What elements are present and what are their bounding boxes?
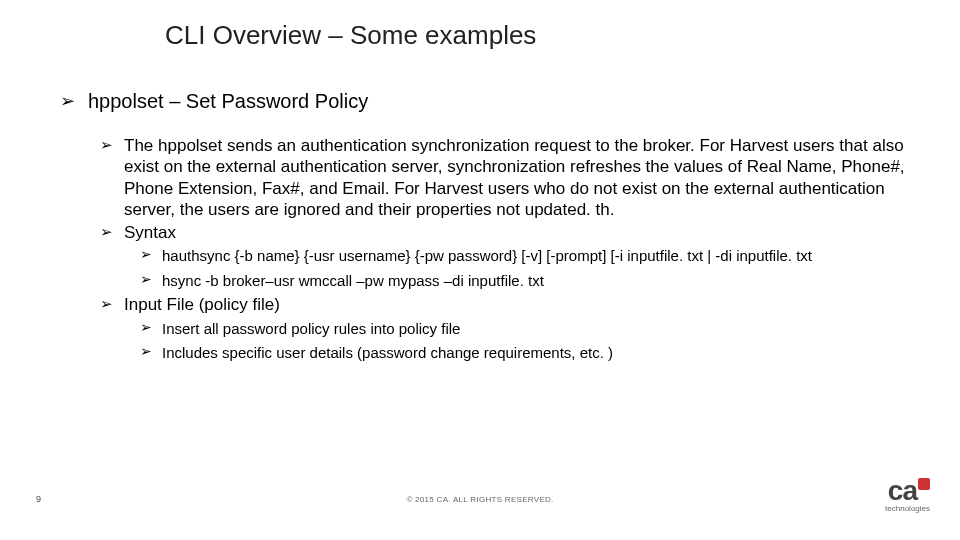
input-file-line: Insert all password policy rules into po… [140, 318, 920, 341]
logo-text: ca [888, 475, 917, 506]
slide: CLI Overview – Some examples hppolset – … [0, 0, 960, 540]
logo-subtext: technologies [876, 504, 930, 513]
logo-main: ca [876, 480, 930, 502]
syntax-label: Syntax [100, 222, 920, 243]
section-heading: hppolset – Set Password Policy [60, 90, 920, 113]
syntax-line: hauthsync {-b name} {-usr username} {-pw… [140, 245, 920, 268]
logo-box-icon [918, 478, 930, 490]
slide-content: hppolset – Set Password Policy The hppol… [60, 90, 920, 367]
slide-title: CLI Overview – Some examples [165, 20, 536, 51]
copyright-text: © 2015 CA. ALL RIGHTS RESERVED. [0, 495, 960, 504]
input-file-line: Includes specific user details (password… [140, 342, 920, 365]
section-description: The hppolset sends an authentication syn… [100, 135, 920, 220]
ca-logo: ca technologies [876, 480, 930, 520]
input-file-label: Input File (policy file) [100, 294, 920, 315]
syntax-line: hsync -b broker–usr wmccall –pw mypass –… [140, 270, 920, 293]
